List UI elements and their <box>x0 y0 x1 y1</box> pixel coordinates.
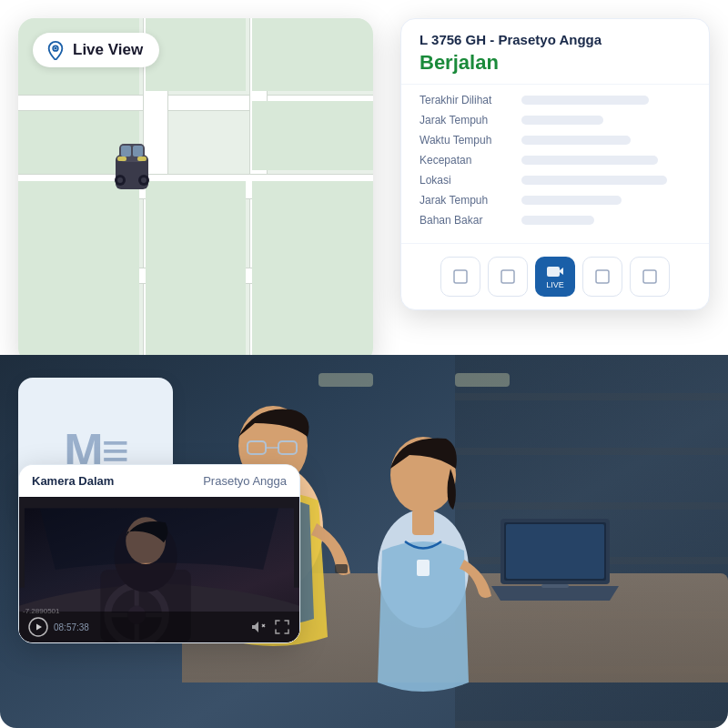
fullscreen-icon[interactable] <box>274 619 290 635</box>
detail-label: Kecepatan <box>420 154 511 167</box>
detail-bar <box>521 96 649 105</box>
detail-label: Jarak Tempuh <box>420 114 511 126</box>
svg-point-7 <box>141 177 147 183</box>
detail-label: Terakhir Dilihat <box>420 94 511 106</box>
camera-title: Kamera Dalam <box>32 474 114 488</box>
detail-bar <box>521 216 594 225</box>
map-block <box>252 18 373 91</box>
svg-rect-14 <box>547 267 560 277</box>
detail-label: Waktu Tempuh <box>420 134 511 147</box>
play-icon[interactable] <box>28 617 48 637</box>
svg-rect-16 <box>643 270 656 283</box>
detail-label: Bahan Bakar <box>420 214 511 227</box>
person-right-figure <box>346 419 500 728</box>
square-icon <box>499 268 517 286</box>
detail-label: Jarak Tempuh <box>420 194 511 207</box>
detail-label: Lokasi <box>420 174 511 187</box>
detail-bar <box>521 196 622 205</box>
map-background: Live View <box>18 18 373 364</box>
vehicle-status: Berjalan <box>420 51 691 75</box>
svg-rect-12 <box>454 270 467 283</box>
svg-rect-15 <box>596 270 609 283</box>
svg-point-11 <box>55 47 57 50</box>
detail-row-bbm: Bahan Bakar <box>420 214 691 227</box>
detail-bar <box>521 136 631 145</box>
map-block <box>252 101 373 170</box>
gps-overlay: -7.2890501 <box>23 607 59 615</box>
detail-row-jarak1: Jarak Tempuh <box>420 114 691 126</box>
camera-card-header: Kamera Dalam Prasetyo Angga <box>19 465 299 497</box>
map-block <box>146 181 245 361</box>
svg-rect-8 <box>117 157 126 161</box>
svg-rect-3 <box>133 146 143 157</box>
action-btn-2[interactable] <box>488 257 528 297</box>
live-view-label: Live View <box>73 41 143 59</box>
svg-rect-31 <box>541 584 569 588</box>
detail-bar <box>521 116 603 125</box>
map-section: Live View <box>18 18 373 364</box>
mute-icon[interactable] <box>250 619 267 635</box>
svg-rect-9 <box>137 157 147 161</box>
action-btn-4[interactable] <box>582 257 622 297</box>
car-icon <box>108 135 156 198</box>
action-btn-1[interactable] <box>440 257 480 297</box>
ceiling-light <box>455 373 510 387</box>
vehicle-card-header: L 3756 GH - Prasetyo Angga Berjalan <box>401 19 709 85</box>
action-buttons-row: LIVE <box>401 243 709 309</box>
detail-row-terakhir: Terakhir Dilihat <box>420 94 691 106</box>
vehicle-info-card: L 3756 GH - Prasetyo Angga Berjalan Tera… <box>400 18 710 310</box>
svg-rect-2 <box>121 146 131 157</box>
location-pin-icon <box>46 40 66 60</box>
camera-feed-view: 08:57:38 -7.2890501 <box>19 497 299 642</box>
camera-driver-name: Prasetyo Angga <box>203 474 287 488</box>
svg-rect-43 <box>19 498 299 509</box>
svg-rect-26 <box>412 510 434 535</box>
detail-row-kecepatan: Kecepatan <box>420 154 691 167</box>
detail-row-jarak2: Jarak Tempuh <box>420 194 691 207</box>
live-camera-button[interactable]: LIVE <box>535 257 575 297</box>
square-icon <box>451 268 470 286</box>
action-btn-5[interactable] <box>630 257 670 297</box>
map-block <box>18 181 139 361</box>
vehicle-plate: L 3756 GH - Prasetyo Angga <box>420 32 691 47</box>
map-block <box>146 18 245 91</box>
svg-rect-30 <box>506 524 604 579</box>
square-icon <box>593 268 612 286</box>
camera-icon <box>546 264 564 278</box>
detail-row-lokasi: Lokasi <box>420 174 691 187</box>
camera-feed-card: Kamera Dalam Prasetyo Angga <box>18 464 300 643</box>
live-label: LIVE <box>546 280 564 289</box>
live-view-badge[interactable]: Live View <box>33 33 159 67</box>
square-icon <box>641 268 659 286</box>
map-block <box>252 181 373 361</box>
detail-bar <box>521 156 658 165</box>
vehicle-details: Terakhir Dilihat Jarak Tempuh Waktu Temp… <box>401 85 709 243</box>
svg-point-6 <box>117 177 123 183</box>
laptop-icon <box>491 519 619 601</box>
timestamp: 08:57:38 <box>54 622 89 632</box>
svg-rect-13 <box>501 270 514 283</box>
svg-rect-27 <box>417 560 430 576</box>
detail-row-waktu: Waktu Tempuh <box>420 134 691 147</box>
detail-bar <box>521 176 667 185</box>
